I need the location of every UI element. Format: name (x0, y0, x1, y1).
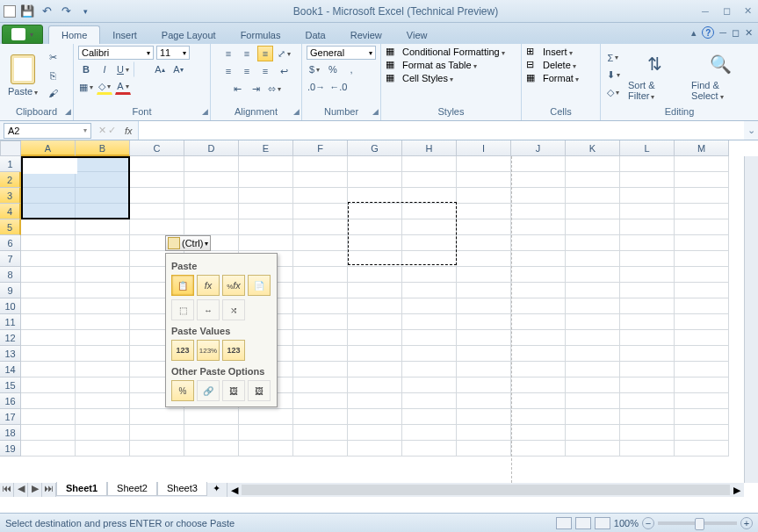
paste-values-button[interactable]: 123 (171, 340, 194, 361)
col-header-B[interactable]: B (76, 140, 130, 156)
cell[interactable] (184, 188, 239, 204)
row-header-10[interactable]: 10 (0, 298, 21, 314)
cell[interactable] (511, 235, 566, 251)
cell[interactable] (76, 346, 130, 362)
col-header-H[interactable]: H (402, 140, 457, 156)
cell[interactable] (402, 425, 457, 441)
row-header-16[interactable]: 16 (0, 393, 21, 409)
cell[interactable] (293, 283, 348, 298)
delete-cells-button[interactable]: ⊟Delete (526, 59, 576, 70)
cell[interactable] (239, 172, 293, 188)
row-header-14[interactable]: 14 (0, 362, 21, 377)
sort-filter-button[interactable]: ⇅ Sort & Filter (624, 48, 684, 103)
cell[interactable] (620, 409, 675, 425)
cell[interactable] (21, 314, 76, 330)
cell[interactable] (566, 314, 620, 330)
cell[interactable] (566, 409, 620, 425)
cell[interactable] (457, 219, 511, 235)
increase-decimal-button[interactable]: .0→ (307, 79, 326, 95)
cell[interactable] (675, 204, 729, 219)
name-box[interactable]: A2▾ (4, 123, 91, 139)
cell[interactable] (21, 409, 76, 425)
cell[interactable] (675, 409, 729, 425)
cell[interactable] (402, 441, 457, 457)
cell[interactable] (566, 425, 620, 441)
cell[interactable] (402, 314, 457, 330)
paste-keep-col-widths-button[interactable]: ↔ (197, 299, 220, 320)
cell[interactable] (511, 298, 566, 314)
cell[interactable] (293, 267, 348, 283)
cell[interactable] (675, 235, 729, 251)
cell[interactable] (76, 377, 130, 393)
cell[interactable] (348, 362, 402, 377)
cell[interactable] (21, 219, 76, 235)
cell[interactable] (566, 441, 620, 457)
align-right-button[interactable]: ≡ (257, 63, 273, 79)
expand-formula-bar-icon[interactable]: ⌄ (744, 125, 758, 136)
increase-indent-button[interactable]: ⇥ (249, 81, 264, 97)
cell[interactable] (348, 298, 402, 314)
tab-insert[interactable]: Insert (100, 26, 149, 44)
active-cell[interactable] (23, 158, 77, 174)
paste-formatting-button[interactable]: % (171, 380, 194, 401)
cell[interactable] (511, 393, 566, 409)
cell[interactable] (76, 409, 130, 425)
sheet-tab-sheet3[interactable]: Sheet3 (157, 482, 207, 496)
cell[interactable] (239, 441, 293, 457)
cell[interactable] (511, 425, 566, 441)
cell[interactable] (511, 362, 566, 377)
cell[interactable] (620, 346, 675, 362)
cell[interactable] (675, 314, 729, 330)
cell[interactable] (21, 362, 76, 377)
paste-formulas-button[interactable]: fx (197, 275, 220, 296)
cell[interactable] (21, 393, 76, 409)
cell[interactable] (184, 425, 239, 441)
font-size-combo[interactable]: 11▾ (156, 46, 190, 60)
cell[interactable] (293, 441, 348, 457)
cell[interactable] (511, 156, 566, 172)
cell[interactable] (184, 409, 239, 425)
cell[interactable] (239, 156, 293, 172)
cell[interactable] (184, 172, 239, 188)
cell[interactable] (675, 377, 729, 393)
col-header-E[interactable]: E (239, 140, 293, 156)
number-dialog-icon[interactable]: ◢ (372, 107, 379, 116)
cell[interactable] (511, 441, 566, 457)
cell[interactable] (21, 441, 76, 457)
cell[interactable] (566, 377, 620, 393)
cell[interactable] (76, 425, 130, 441)
fill-button[interactable]: ⬇ (605, 68, 621, 83)
format-painter-icon[interactable]: 🖌 (45, 85, 61, 101)
cell[interactable] (402, 362, 457, 377)
accounting-format-button[interactable]: $ (307, 61, 322, 77)
cell[interactable] (457, 425, 511, 441)
orientation-button[interactable]: ⤢ (276, 46, 292, 61)
cell[interactable] (675, 425, 729, 441)
cell[interactable] (293, 346, 348, 362)
row-header-12[interactable]: 12 (0, 330, 21, 346)
row-header-8[interactable]: 8 (0, 267, 21, 283)
cell[interactable] (620, 441, 675, 457)
cell[interactable] (566, 393, 620, 409)
cell[interactable] (511, 283, 566, 298)
cell[interactable] (293, 393, 348, 409)
formula-input[interactable] (138, 121, 744, 140)
cell[interactable] (675, 188, 729, 204)
qat-customize-icon[interactable]: ▾ (77, 4, 93, 19)
cell[interactable] (130, 425, 184, 441)
cell[interactable] (457, 172, 511, 188)
cell[interactable] (76, 393, 130, 409)
shrink-font-button[interactable]: A▾ (170, 61, 186, 77)
cell[interactable] (511, 204, 566, 219)
selection-range[interactable] (21, 156, 130, 219)
cell[interactable] (620, 298, 675, 314)
cell[interactable] (675, 251, 729, 267)
align-center-button[interactable]: ≡ (239, 63, 255, 79)
cell[interactable] (293, 219, 348, 235)
borders-button[interactable]: ▦ (78, 79, 94, 95)
sheet-nav-next-icon[interactable]: ▶ (28, 483, 42, 497)
cell[interactable] (184, 219, 239, 235)
row-header-17[interactable]: 17 (0, 409, 21, 425)
font-dialog-icon[interactable]: ◢ (202, 107, 208, 116)
cell[interactable] (675, 219, 729, 235)
